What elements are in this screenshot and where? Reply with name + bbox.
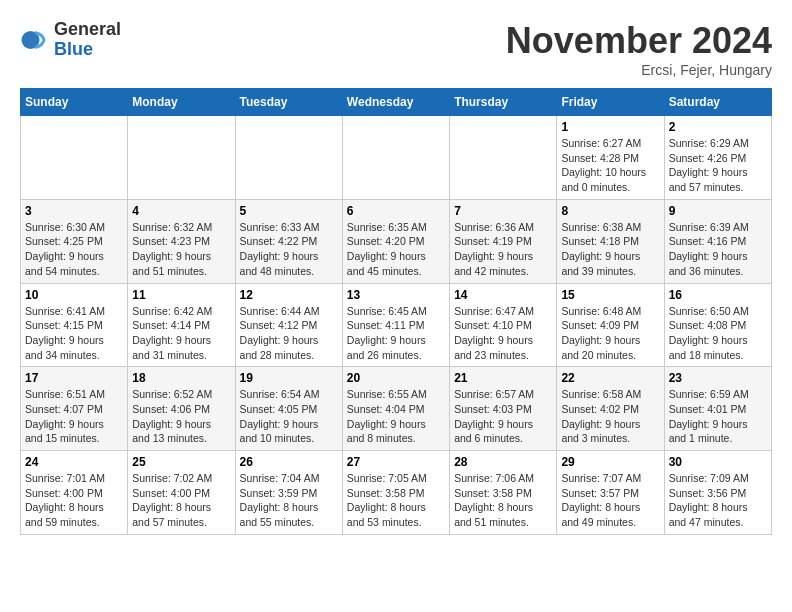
logo-text: General Blue xyxy=(54,20,121,60)
calendar-cell: 12Sunrise: 6:44 AMSunset: 4:12 PMDayligh… xyxy=(235,283,342,367)
day-number: 20 xyxy=(347,371,445,385)
day-number: 17 xyxy=(25,371,123,385)
calendar-cell: 20Sunrise: 6:55 AMSunset: 4:04 PMDayligh… xyxy=(342,367,449,451)
calendar-cell: 14Sunrise: 6:47 AMSunset: 4:10 PMDayligh… xyxy=(450,283,557,367)
weekday-header-saturday: Saturday xyxy=(664,89,771,116)
day-info: Sunrise: 6:51 AMSunset: 4:07 PMDaylight:… xyxy=(25,387,123,446)
day-number: 26 xyxy=(240,455,338,469)
calendar-week-4: 17Sunrise: 6:51 AMSunset: 4:07 PMDayligh… xyxy=(21,367,772,451)
day-info: Sunrise: 6:55 AMSunset: 4:04 PMDaylight:… xyxy=(347,387,445,446)
day-number: 27 xyxy=(347,455,445,469)
weekday-header-wednesday: Wednesday xyxy=(342,89,449,116)
day-info: Sunrise: 6:50 AMSunset: 4:08 PMDaylight:… xyxy=(669,304,767,363)
day-info: Sunrise: 7:01 AMSunset: 4:00 PMDaylight:… xyxy=(25,471,123,530)
calendar-cell: 17Sunrise: 6:51 AMSunset: 4:07 PMDayligh… xyxy=(21,367,128,451)
day-number: 5 xyxy=(240,204,338,218)
calendar-cell: 13Sunrise: 6:45 AMSunset: 4:11 PMDayligh… xyxy=(342,283,449,367)
calendar-cell: 5Sunrise: 6:33 AMSunset: 4:22 PMDaylight… xyxy=(235,199,342,283)
calendar-week-2: 3Sunrise: 6:30 AMSunset: 4:25 PMDaylight… xyxy=(21,199,772,283)
calendar-cell: 1Sunrise: 6:27 AMSunset: 4:28 PMDaylight… xyxy=(557,116,664,200)
calendar-cell: 2Sunrise: 6:29 AMSunset: 4:26 PMDaylight… xyxy=(664,116,771,200)
calendar-header: SundayMondayTuesdayWednesdayThursdayFrid… xyxy=(21,89,772,116)
day-info: Sunrise: 6:35 AMSunset: 4:20 PMDaylight:… xyxy=(347,220,445,279)
day-number: 30 xyxy=(669,455,767,469)
calendar-cell: 8Sunrise: 6:38 AMSunset: 4:18 PMDaylight… xyxy=(557,199,664,283)
day-info: Sunrise: 6:44 AMSunset: 4:12 PMDaylight:… xyxy=(240,304,338,363)
day-number: 25 xyxy=(132,455,230,469)
day-number: 2 xyxy=(669,120,767,134)
calendar-week-5: 24Sunrise: 7:01 AMSunset: 4:00 PMDayligh… xyxy=(21,451,772,535)
calendar-cell xyxy=(235,116,342,200)
page-header: General Blue November 2024 Ercsi, Fejer,… xyxy=(20,20,772,78)
month-title: November 2024 xyxy=(506,20,772,62)
logo-line2: Blue xyxy=(54,40,121,60)
calendar-cell xyxy=(21,116,128,200)
day-info: Sunrise: 7:06 AMSunset: 3:58 PMDaylight:… xyxy=(454,471,552,530)
logo: General Blue xyxy=(20,20,121,60)
calendar-cell xyxy=(128,116,235,200)
day-info: Sunrise: 6:29 AMSunset: 4:26 PMDaylight:… xyxy=(669,136,767,195)
day-number: 1 xyxy=(561,120,659,134)
day-number: 14 xyxy=(454,288,552,302)
day-info: Sunrise: 6:58 AMSunset: 4:02 PMDaylight:… xyxy=(561,387,659,446)
calendar-cell: 24Sunrise: 7:01 AMSunset: 4:00 PMDayligh… xyxy=(21,451,128,535)
day-info: Sunrise: 6:45 AMSunset: 4:11 PMDaylight:… xyxy=(347,304,445,363)
calendar-cell: 23Sunrise: 6:59 AMSunset: 4:01 PMDayligh… xyxy=(664,367,771,451)
calendar-cell: 15Sunrise: 6:48 AMSunset: 4:09 PMDayligh… xyxy=(557,283,664,367)
weekday-header-monday: Monday xyxy=(128,89,235,116)
weekday-header-tuesday: Tuesday xyxy=(235,89,342,116)
logo-line1: General xyxy=(54,20,121,40)
calendar-cell: 22Sunrise: 6:58 AMSunset: 4:02 PMDayligh… xyxy=(557,367,664,451)
calendar-cell: 29Sunrise: 7:07 AMSunset: 3:57 PMDayligh… xyxy=(557,451,664,535)
calendar-cell: 16Sunrise: 6:50 AMSunset: 4:08 PMDayligh… xyxy=(664,283,771,367)
calendar-body: 1Sunrise: 6:27 AMSunset: 4:28 PMDaylight… xyxy=(21,116,772,535)
day-number: 29 xyxy=(561,455,659,469)
day-number: 19 xyxy=(240,371,338,385)
day-info: Sunrise: 7:05 AMSunset: 3:58 PMDaylight:… xyxy=(347,471,445,530)
calendar-cell: 28Sunrise: 7:06 AMSunset: 3:58 PMDayligh… xyxy=(450,451,557,535)
calendar-cell: 10Sunrise: 6:41 AMSunset: 4:15 PMDayligh… xyxy=(21,283,128,367)
day-info: Sunrise: 7:07 AMSunset: 3:57 PMDaylight:… xyxy=(561,471,659,530)
title-section: November 2024 Ercsi, Fejer, Hungary xyxy=(506,20,772,78)
day-number: 18 xyxy=(132,371,230,385)
calendar-cell: 18Sunrise: 6:52 AMSunset: 4:06 PMDayligh… xyxy=(128,367,235,451)
calendar: SundayMondayTuesdayWednesdayThursdayFrid… xyxy=(20,88,772,535)
calendar-cell xyxy=(342,116,449,200)
day-info: Sunrise: 6:38 AMSunset: 4:18 PMDaylight:… xyxy=(561,220,659,279)
day-info: Sunrise: 6:59 AMSunset: 4:01 PMDaylight:… xyxy=(669,387,767,446)
day-number: 21 xyxy=(454,371,552,385)
day-number: 23 xyxy=(669,371,767,385)
calendar-cell xyxy=(450,116,557,200)
day-number: 4 xyxy=(132,204,230,218)
day-info: Sunrise: 6:41 AMSunset: 4:15 PMDaylight:… xyxy=(25,304,123,363)
weekday-header-thursday: Thursday xyxy=(450,89,557,116)
calendar-cell: 19Sunrise: 6:54 AMSunset: 4:05 PMDayligh… xyxy=(235,367,342,451)
location: Ercsi, Fejer, Hungary xyxy=(506,62,772,78)
weekday-header-friday: Friday xyxy=(557,89,664,116)
day-info: Sunrise: 6:36 AMSunset: 4:19 PMDaylight:… xyxy=(454,220,552,279)
day-info: Sunrise: 6:54 AMSunset: 4:05 PMDaylight:… xyxy=(240,387,338,446)
day-info: Sunrise: 6:39 AMSunset: 4:16 PMDaylight:… xyxy=(669,220,767,279)
day-info: Sunrise: 6:30 AMSunset: 4:25 PMDaylight:… xyxy=(25,220,123,279)
calendar-cell: 11Sunrise: 6:42 AMSunset: 4:14 PMDayligh… xyxy=(128,283,235,367)
day-number: 3 xyxy=(25,204,123,218)
day-info: Sunrise: 6:47 AMSunset: 4:10 PMDaylight:… xyxy=(454,304,552,363)
day-number: 8 xyxy=(561,204,659,218)
day-number: 9 xyxy=(669,204,767,218)
weekday-header-row: SundayMondayTuesdayWednesdayThursdayFrid… xyxy=(21,89,772,116)
calendar-cell: 30Sunrise: 7:09 AMSunset: 3:56 PMDayligh… xyxy=(664,451,771,535)
day-number: 24 xyxy=(25,455,123,469)
calendar-week-1: 1Sunrise: 6:27 AMSunset: 4:28 PMDaylight… xyxy=(21,116,772,200)
calendar-cell: 6Sunrise: 6:35 AMSunset: 4:20 PMDaylight… xyxy=(342,199,449,283)
day-number: 12 xyxy=(240,288,338,302)
calendar-cell: 4Sunrise: 6:32 AMSunset: 4:23 PMDaylight… xyxy=(128,199,235,283)
day-info: Sunrise: 7:02 AMSunset: 4:00 PMDaylight:… xyxy=(132,471,230,530)
day-info: Sunrise: 7:04 AMSunset: 3:59 PMDaylight:… xyxy=(240,471,338,530)
day-info: Sunrise: 7:09 AMSunset: 3:56 PMDaylight:… xyxy=(669,471,767,530)
day-info: Sunrise: 6:57 AMSunset: 4:03 PMDaylight:… xyxy=(454,387,552,446)
day-info: Sunrise: 6:32 AMSunset: 4:23 PMDaylight:… xyxy=(132,220,230,279)
calendar-cell: 25Sunrise: 7:02 AMSunset: 4:00 PMDayligh… xyxy=(128,451,235,535)
calendar-cell: 3Sunrise: 6:30 AMSunset: 4:25 PMDaylight… xyxy=(21,199,128,283)
calendar-week-3: 10Sunrise: 6:41 AMSunset: 4:15 PMDayligh… xyxy=(21,283,772,367)
day-number: 16 xyxy=(669,288,767,302)
